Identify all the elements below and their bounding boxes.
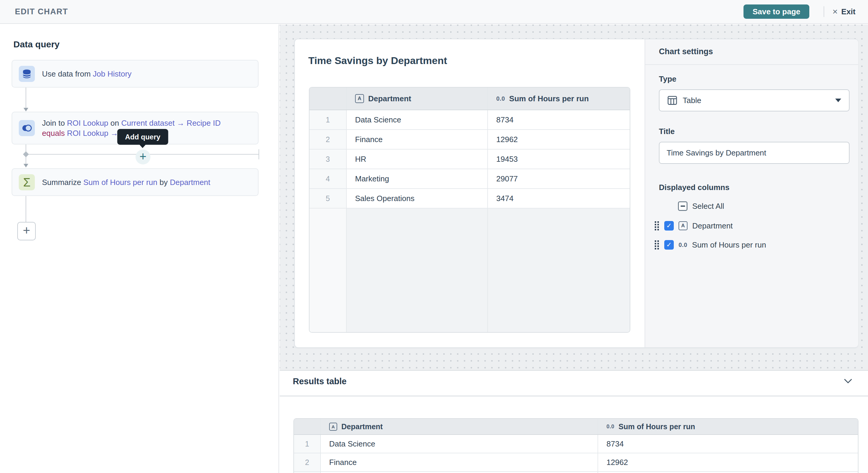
results-table-header: A Department 0.0 Sum of Hours per run (294, 419, 858, 435)
department-checkbox[interactable]: ✓ (664, 221, 674, 230)
summarize-text-plain-1: Summarize (42, 178, 84, 187)
table-row: 2 Finance 12962 (294, 453, 858, 472)
displayed-columns-label: Displayed columns (659, 183, 730, 192)
chart-preview-title: Time Savings by Department (308, 55, 447, 66)
number-type-icon: 0.0 (607, 423, 615, 430)
column-item-label: Sum of Hours per run (692, 240, 766, 250)
summarize-groupby-link[interactable]: Department (170, 178, 210, 187)
results-section: Results table A Department 0.0 Sum of Ho… (280, 372, 868, 473)
column-item-department: ✓ A Department (654, 220, 733, 231)
chart-type-select[interactable]: Table (659, 89, 849, 112)
header-department[interactable]: A Department (347, 88, 488, 109)
cell-hours: 29077 (488, 169, 630, 188)
source-dataset-link[interactable]: Job History (93, 69, 132, 78)
join-table-link[interactable]: ROI Lookup (67, 119, 108, 127)
drag-handle-icon[interactable] (654, 220, 659, 231)
cell-hours: 8734 (488, 110, 630, 129)
select-all-checkbox[interactable] (678, 201, 687, 211)
join-text-plain-2: on (108, 119, 121, 127)
empty-hours-col (488, 209, 630, 332)
header-hours-label: Sum of Hours per run (619, 422, 695, 431)
cell-department: Marketing (347, 169, 488, 188)
title-label: Title (659, 127, 675, 136)
header-hours[interactable]: 0.0 Sum of Hours per run (488, 88, 630, 109)
table-row: 2 Finance 12962 (309, 130, 630, 150)
row-number: 3 (294, 472, 321, 473)
table-row: 1 Data Science 8734 (309, 110, 630, 130)
cell-department: Finance (347, 130, 488, 149)
chart-preview-table: A Department 0.0 Sum of Hours per run 1 … (309, 87, 630, 333)
sigma-icon: Σ (19, 174, 35, 190)
join-text-plain-1: Join to (42, 119, 67, 127)
join-left-key-link[interactable]: Current dataset → Recipe ID (121, 119, 221, 127)
cell-department: HR (321, 472, 598, 473)
chart-settings-panel: Chart settings Type Table Title Displaye… (645, 39, 858, 347)
topbar-divider (824, 6, 824, 17)
empty-row-number-col (309, 209, 347, 332)
cell-hours: 12962 (488, 130, 630, 149)
flow-arrow-1 (24, 108, 28, 112)
type-label: Type (659, 74, 677, 84)
source-text-plain: Use data from (42, 69, 93, 78)
exit-button[interactable]: × Exit (833, 7, 856, 17)
data-query-panel: Data query Use data from Job History (0, 24, 279, 473)
flow-arrow-2 (24, 164, 28, 167)
cell-department: Sales Operations (347, 189, 488, 208)
query-step-summarize[interactable]: Σ Summarize Sum of Hours per run by Depa… (11, 168, 258, 196)
chart-type-value: Table (683, 96, 830, 105)
settings-divider (645, 64, 858, 65)
header-department-label: Department (368, 94, 411, 103)
row-number: 4 (309, 169, 347, 188)
query-step-source[interactable]: Use data from Job History (11, 60, 258, 88)
text-type-icon: A (355, 94, 364, 103)
join-icon (19, 120, 35, 136)
hours-checkbox[interactable]: ✓ (664, 240, 674, 250)
row-number: 5 (309, 189, 347, 208)
row-number: 2 (294, 453, 321, 471)
table-row: 1 Data Science 8734 (294, 435, 858, 453)
join-equals-text: equals (42, 129, 65, 137)
data-query-heading: Data query (13, 39, 60, 50)
header-department-label: Department (341, 422, 383, 431)
summarize-measure-link[interactable]: Sum of Hours per run (84, 178, 158, 187)
header-hours-label: Sum of Hours per run (509, 94, 589, 103)
chart-title-input[interactable] (659, 142, 849, 164)
add-query-tooltip: Add query (117, 129, 168, 145)
database-icon (19, 66, 35, 82)
indeterminate-minus-icon (681, 206, 685, 207)
cell-department: HR (347, 150, 488, 168)
query-step-summarize-text: Summarize Sum of Hours per run by Depart… (42, 177, 210, 187)
select-all-row: Select All (678, 201, 724, 211)
text-type-icon: A (329, 423, 337, 431)
save-to-page-button[interactable]: Save to page (743, 4, 809, 19)
join-space-2 (65, 129, 67, 137)
table-row: 3 HR 19453 (294, 472, 858, 473)
header-department[interactable]: A Department (321, 419, 598, 434)
cell-hours: 19453 (488, 150, 630, 168)
drag-handle-icon[interactable] (654, 240, 659, 250)
chart-widget-card: Time Savings by Department A Department … (294, 39, 858, 348)
text-type-icon: A (679, 221, 687, 230)
collapse-results-button[interactable] (844, 378, 852, 384)
results-table: A Department 0.0 Sum of Hours per run 1 … (293, 418, 859, 473)
preview-table-header: A Department 0.0 Sum of Hours per run (309, 88, 630, 110)
add-step-button[interactable]: + (17, 222, 36, 240)
cell-hours: 19453 (598, 472, 858, 473)
cell-department: Finance (321, 453, 598, 471)
summarize-text-plain-2: by (157, 178, 170, 187)
inline-add-query-button[interactable]: + (135, 150, 150, 164)
query-step-source-text: Use data from Job History (42, 69, 132, 79)
page-title: EDIT CHART (15, 7, 68, 17)
edit-chart-page: EDIT CHART Save to page × Exit Data quer… (0, 0, 868, 473)
branch-diamond (23, 151, 29, 157)
chevron-down-icon (835, 99, 841, 102)
close-icon: × (833, 7, 838, 16)
flow-line-1 (26, 88, 26, 108)
column-item-label: Department (692, 221, 733, 230)
header-hours[interactable]: 0.0 Sum of Hours per run (598, 419, 858, 434)
branch-end-tick (258, 149, 259, 159)
row-number: 1 (294, 435, 321, 453)
results-table-heading: Results table (293, 377, 347, 386)
header-row-number (294, 419, 321, 434)
number-type-icon: 0.0 (496, 95, 505, 102)
